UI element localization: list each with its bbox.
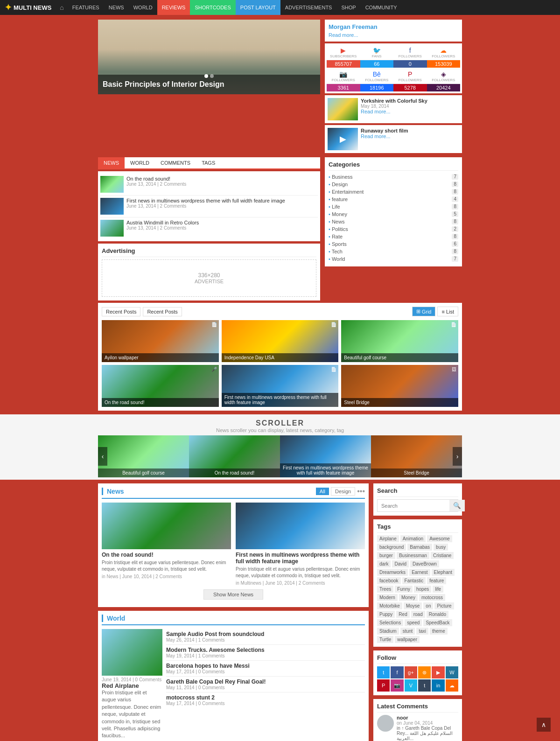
news-tab-design[interactable]: Design bbox=[331, 487, 355, 496]
news-tab-all[interactable]: All bbox=[316, 488, 329, 495]
tag-fantastic[interactable]: Fantastic bbox=[402, 577, 426, 584]
home-icon[interactable]: ⌂ bbox=[56, 4, 67, 11]
tag-airplane[interactable]: Airplane bbox=[377, 535, 399, 542]
tag-awesome[interactable]: Awesome bbox=[427, 535, 452, 542]
pinterest-icon[interactable]: P bbox=[395, 70, 426, 78]
world-post-4[interactable]: Gareth Bale Copa Del Rey Final Goal! May… bbox=[166, 677, 365, 692]
tag-puppy[interactable]: Puppy bbox=[377, 611, 395, 618]
tag-wallpaper[interactable]: wallpaper bbox=[395, 636, 420, 643]
runaway-read-more[interactable]: Read more... bbox=[361, 133, 408, 139]
follow-pinterest[interactable]: P bbox=[377, 679, 390, 692]
tag-motocross[interactable]: motocross bbox=[419, 594, 445, 601]
news-more-btn[interactable]: ••• bbox=[357, 487, 365, 496]
nav-item-world[interactable]: World bbox=[129, 0, 157, 15]
nav-item-news[interactable]: News bbox=[104, 0, 129, 15]
nav-logo[interactable]: ✦ MULTI NEWS bbox=[5, 2, 51, 13]
tag-stunt[interactable]: stunt bbox=[400, 628, 415, 635]
tag-hopes[interactable]: hopes bbox=[414, 586, 431, 593]
nav-item-shortcodes[interactable]: Shortcodes bbox=[190, 0, 235, 15]
world-post-3[interactable]: Barcelona hopes to have Messi May 17, 20… bbox=[166, 661, 365, 677]
ad-box[interactable]: 336×280 ADVERTISE bbox=[102, 259, 316, 297]
scroller-item-laptop[interactable]: First news in multinews wordpress theme … bbox=[280, 435, 371, 477]
behance-icon[interactable]: Bē bbox=[362, 70, 392, 78]
recent-posts-tab-1[interactable]: Recent Posts bbox=[102, 307, 140, 316]
tag-turtle[interactable]: Turtle bbox=[377, 636, 393, 643]
tag-money[interactable]: Money bbox=[399, 594, 418, 601]
tag-motorbike[interactable]: Motorbike bbox=[377, 602, 402, 609]
tag-life[interactable]: life bbox=[433, 586, 443, 593]
show-more-news-btn[interactable]: Show More News bbox=[203, 589, 263, 600]
world-post-1[interactable]: Sample Audio Post from soundcloud May 26… bbox=[166, 629, 365, 645]
cat-life[interactable]: • Life8 bbox=[329, 203, 458, 210]
hero-dot-2[interactable] bbox=[210, 74, 214, 78]
cat-sports[interactable]: • Sports6 bbox=[329, 240, 458, 248]
tag-taxi[interactable]: taxi bbox=[416, 628, 428, 635]
grid-view-btn[interactable]: ⊞ Grid bbox=[412, 307, 436, 316]
follow-facebook[interactable]: f bbox=[391, 666, 403, 678]
scroller-item-golf[interactable]: Beautiful golf course bbox=[98, 435, 189, 477]
follow-youtube[interactable]: ▶ bbox=[432, 666, 444, 678]
tag-cristiane[interactable]: Cristiane bbox=[431, 552, 454, 559]
post-card-golf[interactable]: Beautiful golf course 📄 bbox=[341, 320, 458, 362]
hero-dot-1[interactable] bbox=[204, 74, 208, 78]
tag-animation[interactable]: Animation bbox=[400, 535, 426, 542]
cat-news[interactable]: • News8 bbox=[329, 218, 458, 225]
tag-davebrown[interactable]: DaveBrown bbox=[410, 560, 439, 567]
tab-news[interactable]: NEWS bbox=[98, 157, 125, 168]
sidebar-post-title-1[interactable]: On the road sound! bbox=[126, 176, 186, 182]
cat-rate[interactable]: • Rate8 bbox=[329, 233, 458, 240]
tag-facebook[interactable]: facebook bbox=[377, 577, 401, 584]
follow-wordpress[interactable]: W bbox=[446, 666, 458, 678]
tag-modern[interactable]: Modern bbox=[377, 594, 398, 601]
tag-background[interactable]: background bbox=[377, 544, 406, 551]
tag-picture[interactable]: Picture bbox=[434, 602, 454, 609]
nav-item-community[interactable]: Community bbox=[361, 0, 402, 15]
news-card-laptop-title[interactable]: First news in multinews wordpress theme … bbox=[236, 552, 365, 565]
nav-item-reviews[interactable]: Reviews bbox=[157, 0, 190, 15]
follow-twitter[interactable]: t bbox=[377, 666, 390, 678]
world-featured-title[interactable]: Red Airplane bbox=[102, 682, 162, 689]
tag-stadium[interactable]: Stadium bbox=[377, 628, 399, 635]
instagram-icon[interactable]: 📷 bbox=[328, 70, 359, 78]
cat-business[interactable]: • Business7 bbox=[329, 173, 458, 181]
tag-red[interactable]: Red bbox=[396, 611, 409, 618]
cat-entertainment[interactable]: • Entertainment8 bbox=[329, 188, 458, 196]
tag-earnest[interactable]: Earnest bbox=[409, 569, 430, 576]
recent-posts-tab-2[interactable]: Recent Posts bbox=[143, 307, 182, 316]
sidebar-post-title-2[interactable]: First news in multinews wordpress theme … bbox=[126, 198, 285, 203]
tag-road[interactable]: road bbox=[411, 611, 425, 618]
facebook-icon[interactable]: f bbox=[395, 47, 426, 54]
post-card-road[interactable]: On the road sound! 🎤 bbox=[102, 365, 219, 407]
post-card-bird[interactable]: Independence Day USA 📄 bbox=[222, 320, 339, 362]
youtube-icon[interactable]: ▶ bbox=[328, 47, 359, 54]
yorkshire-read-more[interactable]: Read more... bbox=[361, 109, 427, 114]
tag-funny[interactable]: Funny bbox=[395, 586, 413, 593]
tab-comments[interactable]: COMMENTS bbox=[155, 157, 196, 168]
person-read-more[interactable]: Read more... bbox=[329, 32, 458, 38]
world-post-5[interactable]: motocross stunt 2 May 17, 2014 | 0 Comme… bbox=[166, 692, 365, 708]
scroller-item-road[interactable]: On the road sound! bbox=[189, 435, 280, 477]
cat-feature[interactable]: • feature4 bbox=[329, 196, 458, 203]
follow-instagram[interactable]: 📷 bbox=[391, 679, 403, 692]
tag-david[interactable]: David bbox=[392, 560, 409, 567]
scroller-item-bridge[interactable]: Steel Bridge bbox=[371, 435, 462, 477]
tag-ronaldo[interactable]: Ronaldo bbox=[427, 611, 448, 618]
tag-theme[interactable]: theme bbox=[430, 628, 448, 635]
tag-selections[interactable]: Selections bbox=[377, 619, 403, 626]
tag-speed[interactable]: speed bbox=[405, 619, 422, 626]
scroll-to-top-btn[interactable]: ∧ bbox=[537, 718, 551, 732]
follow-vimeo[interactable]: V bbox=[405, 679, 417, 692]
scroller-arrow-right[interactable]: › bbox=[453, 447, 462, 466]
follow-soundcloud[interactable]: ☁ bbox=[446, 679, 458, 692]
cat-politics[interactable]: • Politics2 bbox=[329, 225, 458, 233]
tag-elephant[interactable]: Elephant bbox=[432, 569, 455, 576]
soundcloud-icon[interactable]: ☁ bbox=[428, 47, 459, 54]
post-card-castle[interactable]: Ayilon wallpaper 📄 bbox=[102, 320, 219, 362]
news-card-road-title[interactable]: On the road sound! bbox=[102, 552, 231, 558]
search-input[interactable] bbox=[378, 500, 449, 511]
tag-trees[interactable]: Trees bbox=[377, 586, 393, 593]
follow-google-plus[interactable]: g+ bbox=[405, 666, 417, 678]
twitter-icon[interactable]: 🐦 bbox=[362, 47, 392, 54]
tag-barnabas[interactable]: Barnabas bbox=[407, 544, 432, 551]
follow-rss[interactable]: ⊛ bbox=[418, 666, 431, 678]
